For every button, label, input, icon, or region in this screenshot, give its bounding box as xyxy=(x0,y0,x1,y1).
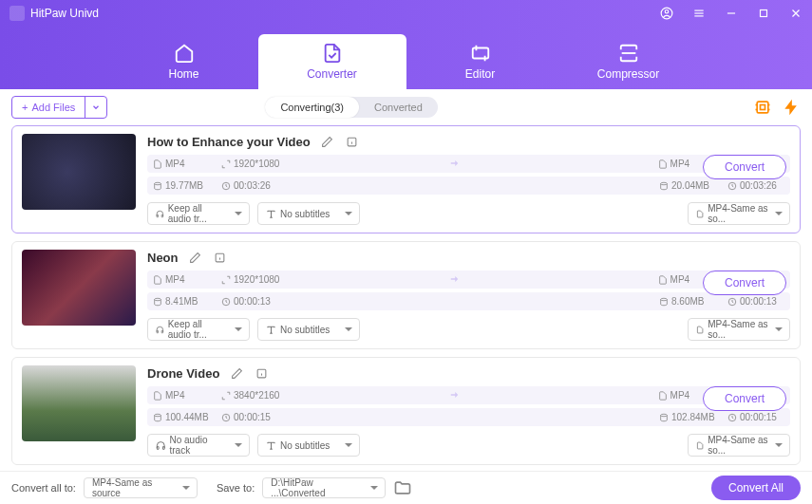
svg-point-23 xyxy=(661,182,668,185)
format-select[interactable]: MP4-Same as so... xyxy=(688,318,790,341)
editor-icon xyxy=(470,43,491,64)
meta-row: MP4 1920*1080 MP4 1920*1080 xyxy=(147,271,790,289)
convert-all-to-label: Convert all to: xyxy=(11,482,76,494)
size-icon xyxy=(153,297,162,307)
arrow-icon xyxy=(447,386,464,405)
svg-rect-35 xyxy=(161,330,162,333)
tab-switcher: Converting(3) Converted xyxy=(265,97,437,118)
clock-icon xyxy=(727,413,737,422)
plus-icon: + xyxy=(22,102,28,113)
tab-editor-label: Editor xyxy=(465,67,495,81)
size-icon xyxy=(153,181,162,191)
tab-compressor[interactable]: Compressor xyxy=(555,34,703,89)
convert-all-button[interactable]: Convert All xyxy=(711,476,801,500)
format-select[interactable]: MP4-Same as so... xyxy=(688,202,790,225)
arrow-icon xyxy=(447,155,464,174)
svg-point-32 xyxy=(661,298,668,301)
subtitle-icon xyxy=(266,440,276,451)
window-controls xyxy=(660,7,803,20)
close-icon[interactable] xyxy=(789,7,803,20)
svg-rect-9 xyxy=(472,48,488,59)
add-files-chevron[interactable] xyxy=(85,97,106,118)
video-thumbnail[interactable] xyxy=(22,250,136,326)
home-icon xyxy=(174,43,195,64)
file-icon xyxy=(658,159,668,169)
add-files-label: Add Files xyxy=(31,102,75,113)
tab-converter[interactable]: Converter xyxy=(258,34,406,89)
audio-icon xyxy=(156,209,164,219)
resolution-icon xyxy=(221,275,231,285)
resolution-icon xyxy=(221,391,231,401)
info-icon[interactable] xyxy=(345,134,360,149)
titlebar: HitPaw Univd xyxy=(0,0,812,27)
audio-icon xyxy=(156,440,166,451)
edit-icon[interactable] xyxy=(320,134,335,149)
converted-tab[interactable]: Converted xyxy=(359,97,438,118)
audio-icon xyxy=(156,325,164,335)
file-icon xyxy=(658,275,668,285)
video-item[interactable]: Neon MP4 1920*1080 MP4 1920*1080 8.41MB xyxy=(11,241,801,349)
subtitle-select[interactable]: No subtitles xyxy=(257,434,360,457)
video-title: How to Enhance your Video xyxy=(147,135,311,149)
file-icon xyxy=(153,275,162,285)
file-icon xyxy=(153,391,162,401)
gpu-accel-icon[interactable] xyxy=(753,98,772,117)
svg-rect-12 xyxy=(757,102,768,113)
video-title: Neon xyxy=(147,251,179,265)
size-icon xyxy=(153,413,162,422)
maximize-icon[interactable] xyxy=(757,7,770,20)
file-icon xyxy=(153,159,162,169)
svg-point-39 xyxy=(155,414,161,417)
menu-icon[interactable] xyxy=(692,7,706,20)
compressor-icon xyxy=(618,43,639,64)
convert-button[interactable]: Convert xyxy=(703,155,786,179)
tab-home-label: Home xyxy=(168,67,198,81)
account-icon[interactable] xyxy=(660,7,673,20)
svg-point-21 xyxy=(155,182,161,185)
info-icon[interactable] xyxy=(213,250,228,265)
app-title: HitPaw Univd xyxy=(30,7,660,20)
meta-row: 19.77MB 00:03:26 20.04MB 00:03:26 xyxy=(147,177,790,195)
resolution-icon xyxy=(221,159,231,169)
tab-home[interactable]: Home xyxy=(110,34,258,89)
subtitle-select[interactable]: No subtitles xyxy=(257,318,360,341)
arrow-icon xyxy=(447,271,464,289)
edit-icon[interactable] xyxy=(229,365,244,381)
audio-select[interactable]: No audio track xyxy=(147,434,250,457)
file-icon xyxy=(696,325,704,335)
video-thumbnail[interactable] xyxy=(22,365,136,441)
subtitle-select[interactable]: No subtitles xyxy=(257,202,360,225)
svg-rect-43 xyxy=(157,446,159,449)
file-icon xyxy=(658,391,668,401)
clock-icon xyxy=(221,181,231,191)
convert-all-format-select[interactable]: MP4-Same as source xyxy=(84,477,198,498)
save-path-select[interactable]: D:\HitPaw ...\Converted xyxy=(262,477,386,498)
meta-row: 100.44MB 00:00:15 102.84MB 00:00:15 xyxy=(147,408,790,426)
video-item[interactable]: Drone Video MP4 3840*2160 MP4 3840*2160 … xyxy=(11,357,801,465)
video-thumbnail[interactable] xyxy=(22,134,136,210)
audio-select[interactable]: Keep all audio tr... xyxy=(147,318,250,341)
tab-editor[interactable]: Editor xyxy=(406,34,555,89)
size-icon xyxy=(659,181,669,191)
audio-select[interactable]: Keep all audio tr... xyxy=(147,202,250,225)
svg-rect-6 xyxy=(761,10,767,17)
converting-tab[interactable]: Converting(3) xyxy=(265,97,359,118)
video-item[interactable]: How to Enhance your Video MP4 1920*1080 … xyxy=(11,125,801,233)
video-title: Drone Video xyxy=(147,366,219,381)
save-to-label: Save to: xyxy=(217,482,255,494)
convert-button[interactable]: Convert xyxy=(703,386,786,411)
svg-rect-25 xyxy=(157,215,158,217)
converter-icon xyxy=(322,43,343,64)
info-icon[interactable] xyxy=(254,365,269,381)
open-folder-button[interactable] xyxy=(393,478,412,497)
meta-row: MP4 1920*1080 MP4 1920*1080 xyxy=(147,155,790,173)
speed-icon[interactable] xyxy=(782,98,801,117)
convert-button[interactable]: Convert xyxy=(703,271,786,295)
add-files-button[interactable]: +Add Files xyxy=(11,96,107,119)
clock-icon xyxy=(221,413,231,422)
minimize-icon[interactable] xyxy=(725,7,738,20)
navbar: Home Converter Editor Compressor xyxy=(0,27,812,89)
size-icon xyxy=(659,297,669,307)
format-select[interactable]: MP4-Same as so... xyxy=(688,434,790,457)
edit-icon[interactable] xyxy=(188,250,203,265)
